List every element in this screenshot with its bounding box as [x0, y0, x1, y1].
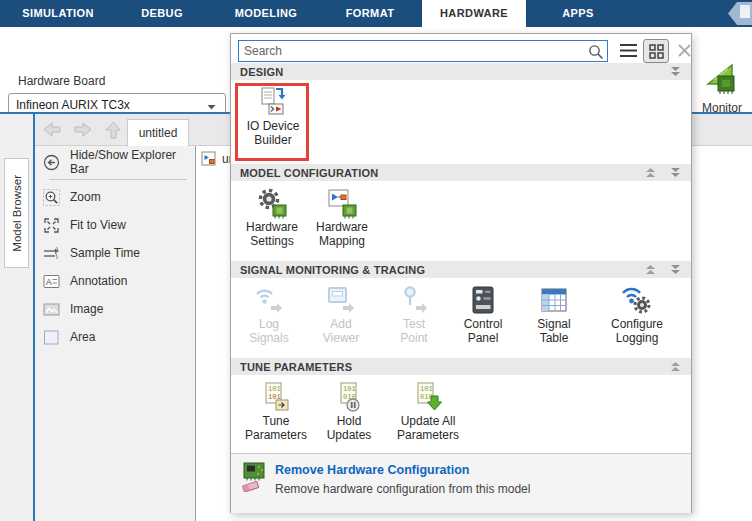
gallery-item-label: Signal Table: [537, 317, 570, 345]
section-title: TUNE PARAMETERS: [240, 361, 352, 373]
collapse-up-icon[interactable]: [644, 265, 657, 275]
section-title: SIGNAL MONITORING & TRACING: [240, 264, 425, 276]
gallery-item-label: Hardware Settings: [246, 220, 298, 248]
area-icon: [43, 329, 60, 346]
hold-updates-icon: 101 010: [333, 381, 365, 413]
tab-simulation[interactable]: SIMULATION: [6, 0, 110, 27]
grid-view-button[interactable]: [643, 39, 669, 63]
gallery-item-hold-updates[interactable]: 101 010 Hold Updates: [315, 381, 383, 442]
svg-text:A: A: [46, 276, 52, 286]
chevron-down-icon: [207, 104, 216, 110]
model-browser-tab[interactable]: Model Browser: [4, 158, 29, 268]
svg-text:101: 101: [268, 385, 281, 393]
test-point-icon: [398, 284, 430, 316]
gallery-item-label: Tune Parameters: [245, 414, 307, 442]
document-tab-untitled[interactable]: untitled: [127, 119, 189, 146]
remove-hardware-configuration-title: Remove Hardware Configuration: [275, 463, 469, 477]
hardware-mapping-icon: [326, 187, 358, 219]
section-header-signal-monitoring: SIGNAL MONITORING & TRACING: [231, 261, 691, 278]
gallery-item-tune-parameters[interactable]: 101 101 Tune Parameters: [237, 381, 315, 442]
gallery-item-control-panel[interactable]: Control Panel: [447, 284, 519, 345]
io-device-builder-icon: [257, 86, 289, 118]
palette-item-label: Image: [70, 302, 103, 316]
sample-time-icon: [43, 245, 60, 262]
collapse-up-icon[interactable]: [644, 168, 657, 178]
zoom-icon: [43, 189, 60, 206]
palette-item-label: Area: [70, 330, 95, 344]
palette-item-label: Annotation: [70, 274, 127, 288]
gallery-item-label: Add Viewer: [323, 317, 359, 345]
tab-format[interactable]: FORMAT: [318, 0, 422, 27]
palette-item-area[interactable]: Area: [35, 323, 195, 351]
gallery-item-label: Log Signals: [249, 317, 288, 345]
palette-item-label: Sample Time: [70, 246, 140, 260]
gallery-item-label: Update All Parameters: [397, 414, 459, 442]
palette-item-zoom[interactable]: Zoom: [35, 183, 195, 211]
palette-item-annotation[interactable]: A Annotation: [35, 267, 195, 295]
annotation-icon: A: [43, 273, 60, 290]
search-icon: [588, 44, 604, 60]
palette-item-label: Zoom: [70, 190, 101, 204]
section-body-tune-parameters: 101 101 Tune Parameters 101 010 Hold Upd…: [231, 375, 691, 453]
section-header-design: DESIGN: [231, 63, 691, 80]
forward-button[interactable]: [74, 121, 94, 139]
search-input[interactable]: [238, 40, 608, 62]
palette-item-image[interactable]: Image: [35, 295, 195, 323]
tab-apps[interactable]: APPS: [526, 0, 630, 27]
add-viewer-icon: [325, 284, 357, 316]
gallery-search-row: [231, 34, 691, 63]
gallery-item-label: Test Point: [400, 317, 427, 345]
collapse-up-icon[interactable]: [669, 362, 682, 372]
hardware-settings-icon: [256, 187, 288, 219]
palette-item-fit-to-view[interactable]: Fit to View: [35, 211, 195, 239]
tab-debug[interactable]: DEBUG: [110, 0, 214, 27]
section-header-model-configuration: MODEL CONFIGURATION: [231, 164, 691, 181]
gallery-item-io-device-builder[interactable]: IO Device Builder: [237, 86, 309, 147]
model-browser-label: Model Browser: [11, 175, 23, 252]
gallery-item-update-all-parameters[interactable]: 101 010 Update All Parameters: [383, 381, 473, 442]
palette-item-label: Hide/Show Explorer Bar: [70, 148, 195, 176]
section-header-tune-parameters: TUNE PARAMETERS: [231, 358, 691, 375]
tab-modeling[interactable]: MODELING: [214, 0, 318, 27]
hardware-board-value: Infineon AURIX TC3x: [16, 98, 130, 112]
gallery-item-signal-table[interactable]: Signal Table: [519, 284, 589, 345]
hide-show-explorer-bar-item[interactable]: Hide/Show Explorer Bar: [35, 148, 195, 176]
close-icon[interactable]: [678, 44, 691, 57]
gallery-item-hardware-mapping[interactable]: Hardware Mapping: [307, 187, 377, 248]
gallery-item-label: Control Panel: [464, 317, 503, 345]
update-all-parameters-icon: 101 010: [412, 381, 444, 413]
explorer-bar-icon: [43, 154, 60, 171]
collapse-down-icon[interactable]: [669, 168, 682, 178]
up-to-parent-button[interactable]: [105, 121, 125, 139]
back-button[interactable]: [43, 121, 63, 139]
tab-hardware[interactable]: HARDWARE: [422, 0, 526, 27]
fit-to-view-icon: [43, 217, 60, 234]
section-body-signal-monitoring: Log Signals Add Viewer Test Point: [231, 278, 691, 358]
hardware-gallery-popup: DESIGN IO Device Builder: [230, 33, 692, 513]
gallery-item-configure-logging[interactable]: Configure Logging: [589, 284, 685, 345]
hardware-board-label: Hardware Board: [18, 74, 105, 88]
log-signals-icon: [253, 284, 285, 316]
image-icon: [43, 301, 60, 318]
signal-table-icon: [538, 284, 570, 316]
section-title: MODEL CONFIGURATION: [240, 167, 378, 179]
gallery-item-hardware-settings[interactable]: Hardware Settings: [237, 187, 307, 248]
gallery-item-label: Configure Logging: [611, 317, 663, 345]
configure-logging-icon: [621, 284, 653, 316]
list-view-icon[interactable]: [620, 43, 637, 58]
remove-hardware-configuration-icon: [241, 462, 267, 492]
section-body-design: IO Device Builder: [231, 80, 691, 164]
gallery-item-log-signals: Log Signals: [237, 284, 301, 345]
palette-item-sample-time[interactable]: Sample Time: [35, 239, 195, 267]
collapse-section-icon[interactable]: [669, 67, 682, 77]
palette-item-label: Fit to View: [70, 218, 126, 232]
canvas-palette-menu: Hide/Show Explorer Bar Zoom Fit to View: [35, 146, 196, 521]
remove-hardware-configuration-description: Remove hardware configuration from this …: [275, 482, 530, 496]
collapse-down-icon[interactable]: [669, 265, 682, 275]
grid-view-icon: [649, 44, 664, 59]
gallery-item-test-point: Test Point: [381, 284, 447, 345]
section-body-model-configuration: Hardware Settings Hardware Mapping: [231, 181, 691, 261]
gallery-item-label: Hold Updates: [327, 414, 372, 442]
toolstrip-tab-bar: SIMULATION DEBUG MODELING FORMAT HARDWAR…: [0, 0, 752, 27]
remove-hardware-configuration-item[interactable]: Remove Hardware Configuration Remove har…: [231, 453, 691, 513]
